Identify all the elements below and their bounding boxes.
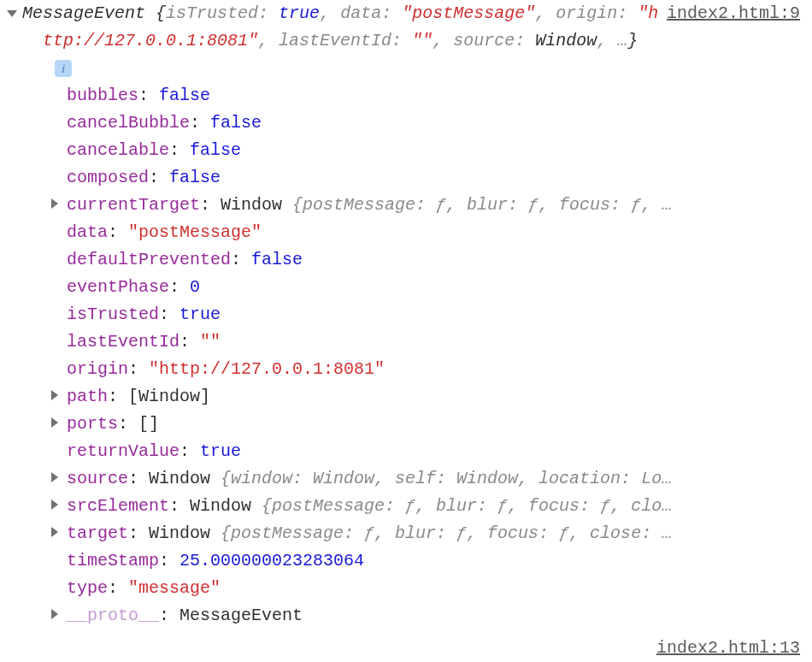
prop-eventPhase[interactable]: eventPhase: 0	[67, 274, 807, 301]
prop-timeStamp[interactable]: timeStamp: 25.000000023283064	[67, 547, 807, 575]
prop-cancelBubble[interactable]: cancelBubble: false	[67, 109, 807, 137]
expand-icon[interactable]	[51, 472, 58, 482]
expand-icon[interactable]	[51, 499, 58, 510]
prop-proto[interactable]: __proto__: MessageEvent	[67, 602, 807, 629]
expand-icon[interactable]	[51, 417, 58, 428]
prop-isTrusted[interactable]: isTrusted: true	[67, 301, 807, 328]
prop-composed[interactable]: composed: false	[67, 164, 807, 192]
source-link-top[interactable]: index2.html:9	[667, 0, 807, 27]
class-name: MessageEvent	[22, 3, 145, 23]
prop-type[interactable]: type: "message"	[67, 575, 807, 602]
prop-defaultPrevented[interactable]: defaultPrevented: false	[67, 246, 807, 274]
prop-lastEventId[interactable]: lastEventId: ""	[67, 328, 807, 356]
prop-path[interactable]: path: [Window]	[67, 383, 807, 411]
expand-icon[interactable]	[51, 390, 58, 400]
properties-list: bubbles: false cancelBubble: false cance…	[5, 82, 807, 629]
expand-icon[interactable]	[51, 198, 58, 209]
source-link-bottom[interactable]: index2.html:13	[656, 635, 807, 662]
info-icon[interactable]: i	[55, 60, 72, 77]
prop-target[interactable]: target: Window {postMessage: ƒ, blur: ƒ,…	[67, 520, 807, 547]
prop-bubbles[interactable]: bubbles: false	[67, 82, 807, 109]
expand-toggle-icon[interactable]	[7, 10, 17, 17]
prop-source[interactable]: source: Window {window: Window, self: Wi…	[67, 465, 807, 493]
prop-ports[interactable]: ports: []	[67, 411, 807, 438]
expand-icon[interactable]	[51, 527, 58, 537]
prop-origin[interactable]: origin: "http://127.0.0.1:8081"	[67, 356, 807, 383]
prop-returnValue[interactable]: returnValue: true	[67, 438, 807, 465]
prop-data[interactable]: data: "postMessage"	[67, 219, 807, 246]
prop-srcElement[interactable]: srcElement: Window {postMessage: ƒ, blur…	[67, 493, 807, 520]
expand-icon[interactable]	[51, 609, 58, 619]
prop-currentTarget[interactable]: currentTarget: Window {postMessage: ƒ, b…	[67, 192, 807, 219]
prop-cancelable[interactable]: cancelable: false	[67, 137, 807, 164]
console-output: index2.html:9 MessageEvent {isTrusted: t…	[0, 0, 812, 629]
